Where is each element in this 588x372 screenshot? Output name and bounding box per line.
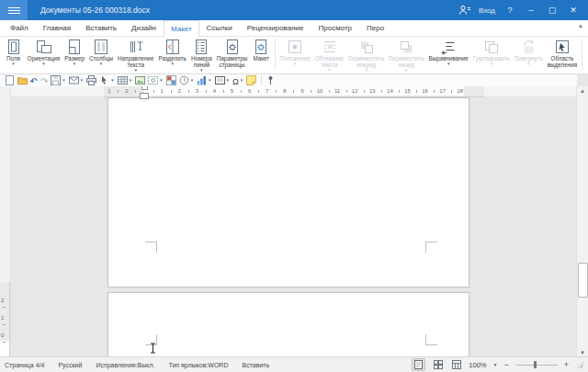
ribbon-button-orientation[interactable]: Ориентация▼ — [25, 38, 62, 66]
status-label-type[interactable]: Тип ярлыков:WORD — [168, 362, 228, 368]
clock-button[interactable]: ▼ — [177, 74, 195, 86]
print-button[interactable] — [85, 74, 98, 86]
save-icon — [51, 75, 61, 85]
email-button[interactable]: ▼ — [67, 74, 85, 86]
ribbon-button-label: Область выделения — [548, 55, 577, 68]
ribbon-button-line-numbers[interactable]: Номера линий▼ — [188, 38, 214, 73]
ribbon-button-label: Номера линий — [191, 55, 212, 68]
spreadsheet-button[interactable] — [164, 74, 177, 86]
ribbon-button-page-setup[interactable]: Параметры страницы — [214, 38, 250, 68]
ribbon-button-align[interactable]: Выравнивание▼ — [426, 38, 470, 66]
ruler-number: 13 — [369, 88, 376, 94]
minimize-button[interactable]: – — [525, 0, 537, 20]
zoom-out-button[interactable]: − — [503, 360, 508, 369]
ribbon-button-page-size[interactable]: Размер▼ — [62, 38, 87, 66]
ribbon-button-split[interactable]: Разделить▼ — [156, 38, 189, 66]
zoom-in-button[interactable]: + — [564, 360, 569, 369]
table-icon — [118, 75, 128, 85]
document-page-3[interactable] — [107, 97, 469, 287]
ribbon-button-label: Макет — [253, 55, 269, 62]
picture-button[interactable] — [134, 74, 147, 86]
zoom-slider-thumb[interactable] — [534, 361, 537, 368]
ribbon-button-margins[interactable]: Поля▼ — [2, 38, 25, 66]
new-document-button[interactable] — [3, 74, 16, 86]
web-layout-view-icon[interactable] — [450, 359, 462, 370]
tab-view[interactable]: Просмотр — [311, 20, 360, 36]
tab-layout[interactable]: Макет — [164, 20, 199, 37]
screenshot-icon — [148, 75, 158, 85]
ruler-number: 11 — [334, 88, 340, 94]
dropdown-caret-icon: ▼ — [129, 78, 132, 83]
status-insert-mode[interactable]: Вставить — [242, 362, 269, 368]
tab-home[interactable]: Главная — [36, 20, 78, 36]
pin-button[interactable] — [265, 74, 277, 86]
tab-insert[interactable]: Вставить — [78, 20, 124, 36]
scroll-up-icon[interactable]: ▲ — [577, 86, 588, 96]
text-box-button[interactable]: ▼ — [213, 74, 231, 86]
ribbon-button-columns[interactable]: Столбцы▼ — [86, 38, 115, 66]
ribbon-button-label: Выравнивание — [429, 55, 469, 62]
hamburger-menu-icon[interactable] — [0, 0, 28, 20]
toolbar-separator — [261, 75, 262, 85]
sticky-note-button[interactable] — [245, 74, 258, 86]
ruler-row: 21123456789101112131415161718 — [0, 86, 577, 96]
dropdown-caret-icon: ▼ — [293, 62, 297, 66]
dropdown-caret-icon: ▼ — [99, 62, 103, 66]
ruler-number: 1 — [160, 88, 163, 94]
vertical-scrollbar[interactable]: ▲ ▼ — [576, 86, 588, 357]
scrollbar-thumb[interactable] — [578, 263, 588, 298]
first-line-indent-marker[interactable] — [141, 86, 148, 90]
status-language[interactable]: Русский — [58, 362, 82, 368]
document-canvas[interactable] — [0, 96, 577, 357]
status-page[interactable]: Страница 4/4 — [5, 362, 44, 368]
dropdown-caret-icon: ▼ — [364, 68, 368, 73]
maximize-button[interactable]: ▢ — [546, 0, 559, 20]
ribbon-group-separator — [582, 39, 582, 70]
collapse-ribbon-icon[interactable]: ▲ — [578, 23, 583, 28]
login-button[interactable]: Вход — [479, 6, 495, 15]
pin-icon — [266, 75, 276, 85]
tab-design[interactable]: Дизайн — [124, 20, 164, 36]
dropdown-caret-icon: ▼ — [62, 78, 65, 83]
user-account-icon[interactable] — [458, 5, 470, 16]
zoom-slider[interactable] — [515, 360, 558, 369]
titlebar-controls: Вход ? – ▢ ✕ — [458, 0, 588, 20]
window-resize-grip[interactable] — [577, 362, 583, 368]
ribbon-button-group: Группировать▼ — [470, 38, 512, 66]
tab-file[interactable]: Файл — [3, 20, 36, 36]
page-view-icon[interactable] — [412, 358, 425, 371]
status-track-changes[interactable]: Исправления:Выкл. — [96, 362, 154, 368]
horizontal-ruler[interactable]: 21123456789101112131415161718 — [104, 86, 484, 97]
ruler-number: 9 — [300, 88, 303, 94]
ruler-number: 2 — [178, 88, 181, 94]
tab-review[interactable]: Рецензирование — [240, 20, 311, 36]
dropdown-caret-icon: ▼ — [73, 62, 76, 66]
left-indent-marker[interactable] — [140, 93, 149, 99]
help-button[interactable]: ? — [503, 0, 516, 20]
ribbon-button-selection-pane[interactable]: Область выделения — [545, 38, 579, 68]
tab-pen[interactable]: Перо — [359, 20, 391, 36]
save-button[interactable]: ▼ — [50, 74, 67, 86]
zoom-presets-caret-icon[interactable]: ▼ — [493, 362, 498, 367]
multipage-view-icon[interactable] — [432, 359, 444, 370]
tab-references[interactable]: Ссылки — [199, 20, 240, 36]
vertical-ruler[interactable]: 210 — [0, 282, 10, 357]
zoom-level[interactable]: 100% — [469, 361, 486, 369]
open-folder-button[interactable] — [16, 74, 28, 86]
screenshot-button[interactable]: ▼ — [147, 74, 164, 86]
status-right: 100% ▼ − + — [412, 358, 583, 371]
ribbon-button-layout[interactable]: Макет — [250, 38, 273, 62]
ribbon-button-label: Ориентация — [28, 55, 61, 62]
symbol-omega-button[interactable]: Ω▼ — [232, 74, 245, 86]
close-button[interactable]: ✕ — [567, 0, 580, 20]
chart-button[interactable]: ▼ — [196, 74, 213, 86]
undo-button[interactable]: ↶ — [28, 74, 39, 86]
redo-button: ↷ — [39, 74, 49, 86]
table-button[interactable]: ▼ — [116, 74, 133, 86]
ribbon-button-label: Разделить — [158, 55, 187, 62]
print-icon — [86, 75, 96, 85]
document-page-4[interactable] — [107, 292, 469, 357]
ribbon-button-text-direction[interactable]: Направление текста▼ — [116, 38, 156, 73]
dropdown-caret-icon: ▼ — [11, 62, 15, 66]
format-painter-button[interactable]: ▼ — [98, 74, 116, 86]
